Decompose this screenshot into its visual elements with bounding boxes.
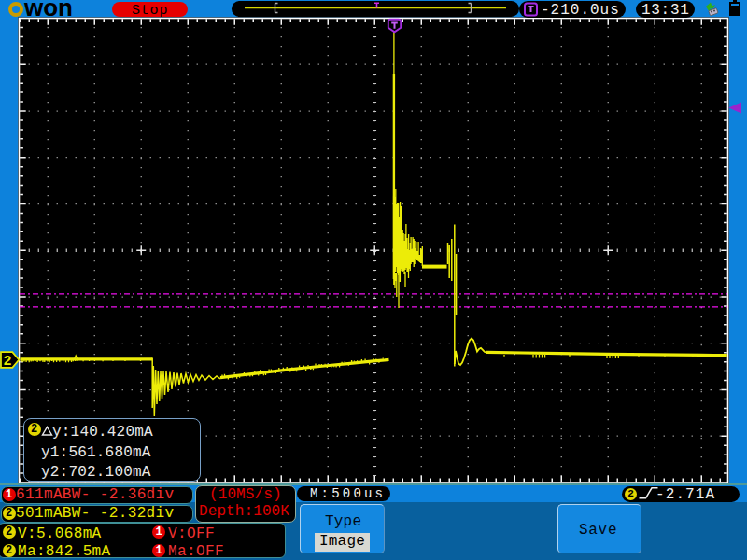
svg-text:2: 2 — [3, 354, 11, 370]
